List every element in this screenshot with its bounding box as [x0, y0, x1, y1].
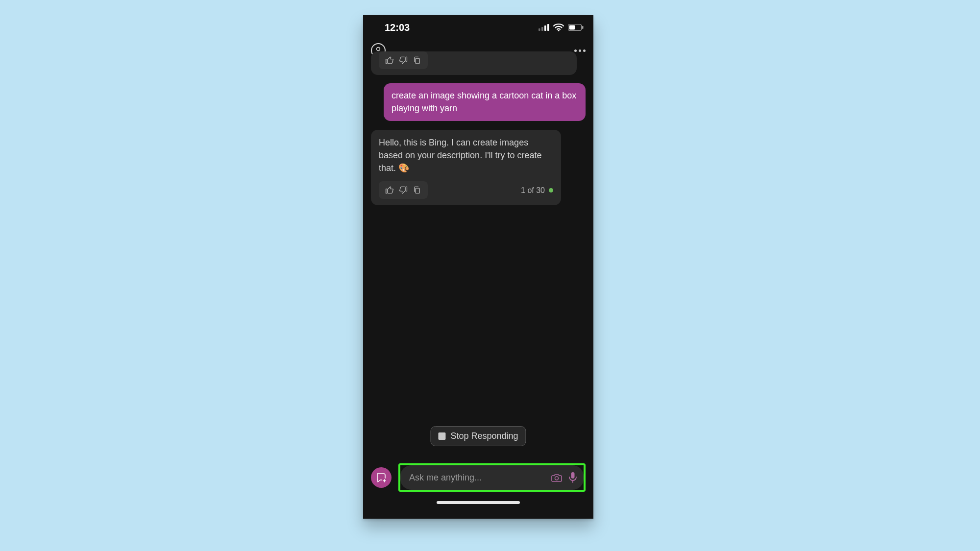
counter-text: 1 of 30 [521, 185, 545, 196]
microphone-icon[interactable] [569, 472, 577, 483]
ai-message-text: Hello, this is Bing. I can create images… [379, 136, 553, 180]
phone-frame: 12:03 [363, 15, 593, 519]
home-indicator [437, 501, 520, 504]
thumbs-up-button[interactable] [383, 183, 396, 197]
svg-rect-1 [541, 27, 543, 31]
chat-area: create an image showing a cartoon cat in… [363, 51, 593, 509]
camera-icon[interactable] [551, 473, 562, 482]
svg-rect-3 [547, 24, 549, 31]
thumbs-down-button[interactable] [396, 53, 410, 67]
stop-responding-button[interactable]: Stop Responding [430, 426, 526, 446]
wifi-icon [553, 24, 564, 31]
battery-icon [568, 24, 584, 31]
svg-point-4 [558, 30, 560, 31]
thumbs-up-button[interactable] [383, 53, 396, 67]
status-dot-icon [549, 188, 553, 192]
response-counter: 1 of 30 [521, 185, 553, 196]
status-time: 12:03 [385, 22, 410, 33]
svg-rect-13 [571, 472, 575, 479]
text-input[interactable] [408, 472, 551, 483]
ai-message-previous [371, 51, 577, 75]
status-indicators [539, 24, 584, 31]
status-bar: 12:03 [363, 15, 593, 40]
svg-rect-7 [569, 25, 575, 30]
copy-button[interactable] [410, 183, 424, 197]
svg-rect-9 [416, 58, 419, 64]
input-highlight-box [398, 463, 586, 492]
ai-message: Hello, this is Bing. I can create images… [371, 130, 561, 205]
svg-rect-10 [416, 189, 419, 194]
input-row [371, 463, 586, 492]
stop-icon [438, 432, 445, 440]
user-message: create an image showing a cartoon cat in… [384, 83, 586, 121]
svg-rect-2 [544, 25, 546, 31]
text-input-field[interactable] [400, 465, 584, 490]
svg-point-12 [555, 477, 559, 480]
svg-point-8 [377, 48, 380, 51]
svg-rect-0 [539, 28, 540, 31]
new-topic-button[interactable] [371, 467, 392, 488]
copy-button[interactable] [410, 53, 424, 67]
cellular-icon [539, 24, 549, 31]
svg-rect-6 [582, 26, 584, 29]
stop-responding-label: Stop Responding [450, 431, 518, 441]
thumbs-down-button[interactable] [396, 183, 410, 197]
